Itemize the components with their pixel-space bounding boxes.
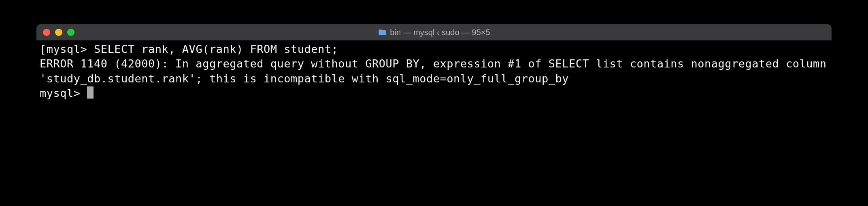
minimize-button[interactable]: [55, 29, 62, 36]
window-controls: [43, 29, 74, 36]
window-title: bin — mysql ‹ sudo — 95×5: [390, 28, 490, 37]
error-output: ERROR 1140 (42000): In aggregated query …: [40, 57, 832, 84]
terminal-window: bin — mysql ‹ sudo — 95×5 [mysql> SELECT…: [36, 24, 832, 104]
titlebar[interactable]: bin — mysql ‹ sudo — 95×5: [36, 24, 832, 40]
terminal-content[interactable]: [mysql> SELECT rank, AVG(rank) FROM stud…: [36, 40, 832, 104]
close-button[interactable]: [43, 29, 50, 36]
window-title-container: bin — mysql ‹ sudo — 95×5: [378, 28, 490, 37]
cursor: [87, 86, 94, 99]
sql-command: SELECT rank, AVG(rank) FROM student;: [94, 43, 338, 55]
mysql-prompt: [mysql>: [40, 43, 94, 55]
mysql-prompt: mysql>: [40, 87, 87, 99]
folder-icon: [378, 29, 387, 36]
maximize-button[interactable]: [67, 29, 74, 36]
